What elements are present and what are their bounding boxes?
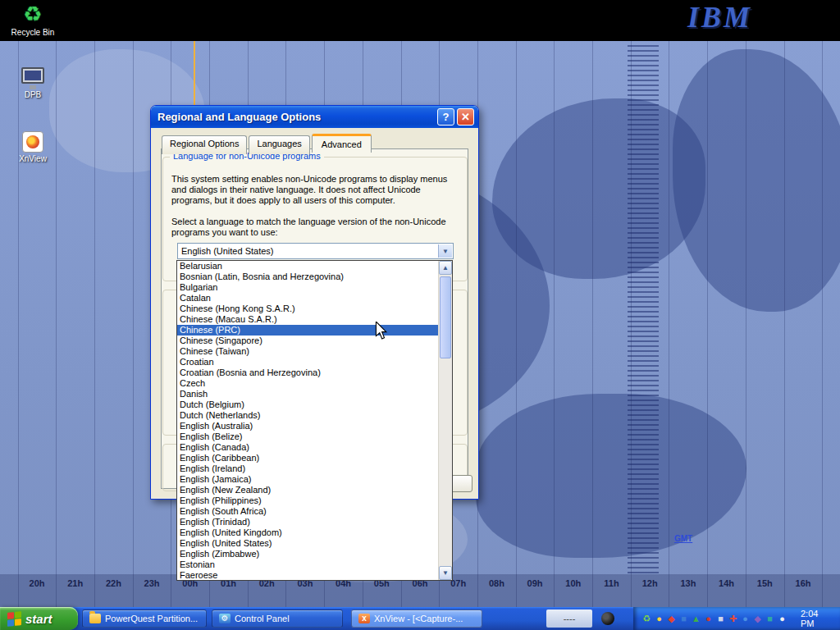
language-list-item[interactable]: English (New Zealand) — [177, 485, 438, 495]
start-button[interactable]: start — [0, 607, 78, 630]
timezone-gridline — [133, 41, 134, 607]
language-list-item[interactable]: Belarusian — [177, 261, 438, 272]
recycle-bin-icon: ♻ — [7, 2, 59, 26]
language-list-item[interactable]: English (Trinidad) — [177, 517, 438, 527]
taskbar-task-3[interactable]: xXnView - [<Capture-... — [351, 609, 482, 628]
xnview-icon — [22, 131, 43, 153]
computer-icon — [21, 67, 44, 84]
language-list-item[interactable]: Faeroese — [177, 570, 438, 580]
language-list-item[interactable]: English (Jamaica) — [177, 474, 438, 485]
timezone-gridline — [784, 41, 785, 607]
start-label: start — [25, 612, 52, 626]
timezone-gridline — [631, 41, 632, 607]
language-list-item[interactable]: Croatian — [177, 357, 438, 368]
tray-icon-3[interactable]: ◆ — [665, 613, 678, 624]
hour-label: 22h — [94, 578, 132, 588]
tab-advanced[interactable]: Advanced — [312, 134, 372, 153]
hour-label: 15h — [746, 578, 783, 588]
taskbar-separator[interactable]: ---- — [546, 609, 592, 628]
language-list-item[interactable]: Dutch (Belgium) — [177, 399, 438, 410]
language-list-item[interactable]: Danish — [177, 389, 438, 399]
desktop-icon-xnview[interactable]: XnView — [7, 131, 59, 163]
language-list-item[interactable]: Czech — [177, 378, 438, 389]
tray-icon-4[interactable]: ■ — [678, 613, 690, 624]
dialog-titlebar[interactable]: Regional and Language Options ? ✕ — [151, 106, 478, 128]
taskbar-task-2[interactable]: ⚙Control Panel — [212, 609, 343, 628]
language-list-item[interactable]: Chinese (Hong Kong S.A.R.) — [177, 304, 438, 314]
gmt-label: GMT — [674, 534, 692, 543]
language-list-item[interactable]: Chinese (Taiwan) — [177, 346, 438, 357]
hour-label: 09h — [516, 578, 554, 588]
taskbar: start PowerQuest Partition...⚙Control Pa… — [0, 607, 840, 630]
timezone-gridline — [56, 41, 57, 607]
language-list-item[interactable]: Chinese (Singapore) — [177, 336, 438, 346]
chevron-down-icon[interactable]: ▼ — [438, 244, 452, 258]
tray-icon-1[interactable]: ♻ — [641, 613, 653, 624]
tray-icon-10[interactable]: ◆ — [751, 613, 764, 624]
help-button[interactable]: ? — [437, 108, 454, 126]
xnv-icon: x — [358, 614, 370, 623]
taskbar-task-1[interactable]: PowerQuest Partition... — [82, 609, 207, 628]
list-scrollbar[interactable]: ▲ ▼ — [438, 261, 452, 580]
group-description: This system setting enables non-Unicode … — [171, 174, 460, 206]
language-list-item[interactable]: English (United States) — [177, 538, 438, 549]
tray-icon-11[interactable]: ■ — [764, 613, 776, 624]
tab-regional-options[interactable]: Regional Options — [162, 135, 247, 154]
language-list-item[interactable]: Chinese (PRC) — [177, 325, 438, 336]
language-list-item[interactable]: English (Philippines) — [177, 495, 438, 506]
taskbar-clock[interactable]: 2:04 PM — [794, 609, 840, 628]
hour-label: 21h — [57, 578, 94, 588]
desktop-icon-recycle-bin[interactable]: ♻ Recycle Bin — [7, 2, 59, 37]
language-list-item[interactable]: English (South Africa) — [177, 506, 438, 517]
desktop: 20h21h22h23h00h01h02h03h04h05h06h07h08h0… — [0, 0, 840, 630]
hour-label: 10h — [555, 578, 592, 588]
task-label: XnView - [<Capture-... — [374, 614, 463, 623]
language-list-item[interactable]: English (Zimbabwe) — [177, 549, 438, 559]
time-marker-line — [194, 41, 195, 108]
task-label: Control Panel — [235, 614, 290, 623]
language-list-item[interactable]: Bulgarian — [177, 282, 438, 293]
windows-flag-icon — [7, 611, 21, 627]
language-list-item[interactable]: English (Caribbean) — [177, 453, 438, 463]
scroll-down-icon[interactable]: ▼ — [439, 566, 452, 580]
tray-icon-9[interactable]: ● — [739, 613, 751, 624]
language-list-item[interactable]: English (Belize) — [177, 431, 438, 442]
icon-label: XnView — [7, 154, 59, 163]
combobox-value: English (United States) — [181, 246, 274, 256]
hour-label: 16h — [784, 578, 822, 588]
tray-icon-5[interactable]: ▲ — [690, 613, 702, 624]
scroll-up-icon[interactable]: ▲ — [439, 261, 452, 275]
hour-label: 14h — [708, 578, 746, 588]
language-list-item[interactable]: Dutch (Netherlands) — [177, 410, 438, 421]
language-list-item[interactable]: Croatian (Bosnia and Herzegovina) — [177, 368, 438, 378]
tray-icon-7[interactable]: ■ — [714, 613, 727, 624]
language-combobox[interactable]: English (United States) ▼ — [177, 243, 454, 259]
tray-icon-6[interactable]: ● — [702, 613, 714, 624]
scrollbar-thumb[interactable] — [440, 276, 451, 358]
language-list-item[interactable]: English (United Kingdom) — [177, 527, 438, 538]
language-list-item[interactable]: Estonian — [177, 559, 438, 570]
language-list-item[interactable]: English (Australia) — [177, 421, 438, 431]
timezone-gridline — [18, 41, 19, 607]
language-list-item[interactable]: English (Ireland) — [177, 463, 438, 474]
desktop-icon-dpb[interactable]: DPB — [7, 67, 59, 99]
task-label: PowerQuest Partition... — [105, 614, 198, 623]
close-button[interactable]: ✕ — [457, 108, 474, 126]
language-dropdown-list: BelarusianBosnian (Latin, Bosnia and Her… — [176, 260, 453, 581]
system-tray: ♻●◆■▲●■✚●◆■● 2:04 PM — [633, 607, 840, 630]
language-list-item[interactable]: Chinese (Macau S.A.R.) — [177, 314, 438, 325]
language-list-item[interactable]: English (Canada) — [177, 442, 438, 453]
timezone-gridline — [822, 41, 823, 607]
tab-languages[interactable]: Languages — [249, 135, 309, 154]
language-list-item[interactable]: Catalan — [177, 293, 438, 304]
hour-label: 08h — [477, 578, 515, 588]
select-instruction: Select a language to match the language … — [171, 217, 460, 238]
taskbar-knob-icon[interactable] — [601, 612, 614, 625]
tray-icon-8[interactable]: ✚ — [727, 613, 739, 624]
tray-icon-2[interactable]: ● — [653, 613, 665, 624]
dialog-tabs: Regional OptionsLanguagesAdvanced — [162, 134, 373, 153]
tray-icon-12[interactable]: ● — [776, 613, 788, 624]
language-list-item[interactable]: Bosnian (Latin, Bosnia and Herzegovina) — [177, 272, 438, 282]
timezone-gridline — [592, 41, 593, 607]
hour-label: 13h — [669, 578, 707, 588]
